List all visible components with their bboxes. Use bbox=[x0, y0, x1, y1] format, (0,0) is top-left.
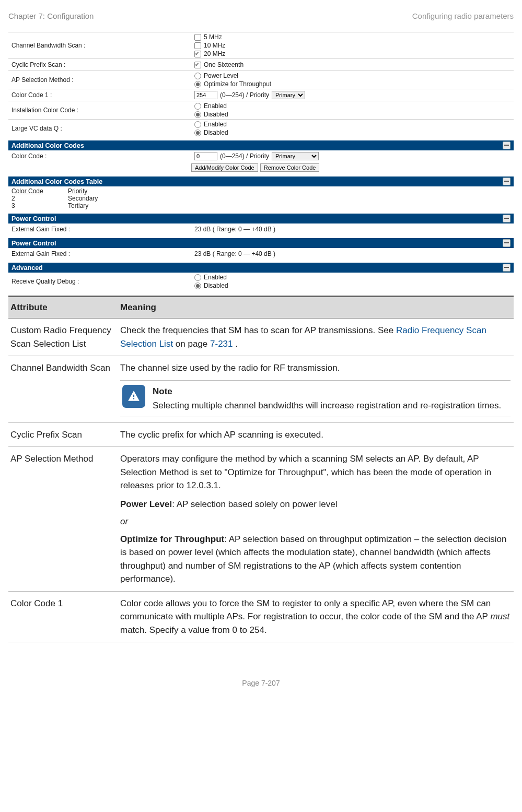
ext-gain-label: External Gain Fixed : bbox=[8, 250, 194, 257]
section-title: Additional Color Codes Table bbox=[11, 178, 102, 185]
table-row: 2 Secondary bbox=[11, 195, 511, 202]
section-power-control-2: Power Control bbox=[8, 238, 514, 248]
th-attribute: Attribute bbox=[8, 297, 119, 318]
table-row: Custom Radio Frequency Scan Selection Li… bbox=[8, 319, 514, 356]
attr-name: Custom Radio Frequency Scan Selection Li… bbox=[8, 319, 119, 356]
table-row: AP Selection Method Operators may config… bbox=[8, 447, 514, 592]
remove-color-code-button[interactable]: Remove Color Code bbox=[260, 163, 320, 172]
table-row: Color Code 1 Color code allows you to fo… bbox=[8, 592, 514, 643]
attr-name: AP Selection Method bbox=[8, 447, 119, 591]
row-acc-buttons: Add/Modify Color Code Remove Color Code bbox=[8, 162, 514, 173]
table-row: Channel Bandwidth Scan The channel size … bbox=[8, 356, 514, 423]
row-large-vc: Large VC data Q : Enabled Disabled bbox=[8, 120, 514, 137]
rb-power-level[interactable]: Power Level bbox=[194, 72, 514, 79]
or-label: or bbox=[120, 515, 511, 528]
rb-rqd-disabled[interactable]: Disabled bbox=[194, 282, 514, 289]
lvc-label: Large VC data Q : bbox=[8, 125, 194, 132]
cb-10mhz[interactable]: 10 MHz bbox=[194, 42, 514, 49]
ap-selection-label: AP Selection Method : bbox=[8, 76, 194, 84]
section-label: Configuring radio parameters bbox=[412, 11, 514, 20]
row-ap-selection: AP Selection Method : Power Level Optimi… bbox=[8, 71, 514, 89]
th-priority: Priority bbox=[68, 187, 87, 195]
running-header: Chapter 7: Configuration Configuring rad… bbox=[8, 10, 514, 32]
attr-name: Color Code 1 bbox=[8, 592, 119, 642]
collapse-icon[interactable] bbox=[503, 239, 511, 247]
cb-5mhz[interactable]: 5 MHz bbox=[194, 33, 514, 41]
row-cyclic: Cyclic Prefix Scan : One Sixteenth bbox=[8, 59, 514, 71]
section-advanced: Advanced bbox=[8, 263, 514, 273]
attr-meaning: Color code allows you to force the SM to… bbox=[119, 592, 514, 642]
attr-name: Cyclic Prefix Scan bbox=[8, 423, 119, 447]
collapse-icon[interactable] bbox=[503, 178, 511, 185]
must-italic: must bbox=[490, 611, 509, 621]
section-title: Power Control bbox=[11, 215, 56, 222]
attr-meaning: The cyclic prefix for which AP scanning … bbox=[119, 423, 514, 447]
row-color-code-1: Color Code 1 : (0—254) / Priority Primar… bbox=[8, 89, 514, 101]
cc1-label: Color Code 1 : bbox=[8, 91, 194, 99]
table-row: 3 Tertiary bbox=[11, 202, 511, 209]
attribute-table: Attribute Meaning Custom Radio Frequency… bbox=[8, 296, 514, 642]
row-rqd: Receive Quality Debug : Enabled Disabled bbox=[8, 273, 514, 290]
link-page[interactable]: 7-231 bbox=[210, 339, 233, 349]
ext-gain-label: External Gain Fixed : bbox=[8, 226, 194, 233]
collapse-icon[interactable] bbox=[503, 264, 511, 272]
attr-meaning: The channel size used by the radio for R… bbox=[119, 356, 514, 422]
row-ext-gain-2: External Gain Fixed : 23 dB ( Range: 0 —… bbox=[8, 248, 514, 260]
section-additional-cc: Additional Color Codes bbox=[8, 140, 514, 150]
section-title: Power Control bbox=[11, 240, 56, 247]
rb-lvc-enabled[interactable]: Enabled bbox=[194, 121, 514, 128]
table-row: Cyclic Prefix Scan The cyclic prefix for… bbox=[8, 423, 514, 448]
cb-20mhz[interactable]: 20 MHz bbox=[194, 50, 514, 57]
attr-meaning: Operators may configure the method by wh… bbox=[119, 447, 514, 591]
cb-one-sixteenth[interactable]: One Sixteenth bbox=[194, 61, 514, 68]
ext-gain-value: 23 dB ( Range: 0 — +40 dB ) bbox=[194, 226, 514, 233]
section-title: Advanced bbox=[11, 264, 43, 272]
page-footer: Page 7-207 bbox=[8, 642, 514, 687]
rb-icc-disabled[interactable]: Disabled bbox=[194, 111, 514, 118]
chapter-label: Chapter 7: Configuration bbox=[8, 11, 94, 20]
note-box: Note Selecting multiple channel bandwidt… bbox=[120, 380, 511, 417]
section-acc-table: Additional Color Codes Table bbox=[8, 176, 514, 186]
th-color-code: Color Code bbox=[11, 187, 59, 195]
config-form-screenshot: Channel Bandwidth Scan : 5 MHz 10 MHz 20… bbox=[8, 32, 514, 290]
rb-icc-enabled[interactable]: Enabled bbox=[194, 102, 514, 110]
rb-optimize[interactable]: Optimize for Throughput bbox=[194, 80, 514, 88]
row-ext-gain-1: External Gain Fixed : 23 dB ( Range: 0 —… bbox=[8, 223, 514, 235]
channel-bw-label: Channel Bandwidth Scan : bbox=[8, 42, 194, 49]
th-meaning: Meaning bbox=[119, 297, 514, 318]
add-color-code-button[interactable]: Add/Modify Color Code bbox=[191, 163, 258, 172]
note-icon bbox=[122, 385, 145, 408]
row-install-cc: Installation Color Code : Enabled Disabl… bbox=[8, 101, 514, 120]
collapse-icon[interactable] bbox=[503, 215, 511, 222]
acc-label: Color Code : bbox=[8, 152, 194, 160]
acc-table: Color Code Priority 2 Secondary 3 Tertia… bbox=[8, 186, 514, 210]
rb-rqd-enabled[interactable]: Enabled bbox=[194, 274, 514, 281]
cc1-range: (0—254) / Priority bbox=[220, 91, 269, 99]
acc-priority[interactable]: Primary bbox=[272, 152, 319, 160]
cc1-priority[interactable]: Primary bbox=[272, 91, 305, 99]
ext-gain-value: 23 dB ( Range: 0 — +40 dB ) bbox=[194, 250, 514, 257]
section-power-control-1: Power Control bbox=[8, 214, 514, 223]
note-title: Note bbox=[153, 385, 501, 398]
acc-input[interactable] bbox=[194, 152, 217, 160]
icc-label: Installation Color Code : bbox=[8, 107, 194, 114]
power-level-label: Power Level bbox=[120, 499, 172, 509]
acc-range: (0—254) / Priority bbox=[220, 152, 269, 160]
row-channel-bw: Channel Bandwidth Scan : 5 MHz 10 MHz 20… bbox=[8, 32, 514, 59]
cc1-input[interactable] bbox=[194, 91, 217, 99]
acc-table-header: Color Code Priority bbox=[11, 187, 511, 195]
cyclic-label: Cyclic Prefix Scan : bbox=[8, 61, 194, 68]
attr-name: Channel Bandwidth Scan bbox=[8, 356, 119, 422]
rqd-label: Receive Quality Debug : bbox=[8, 278, 194, 285]
section-title: Additional Color Codes bbox=[11, 142, 84, 149]
rb-lvc-disabled[interactable]: Disabled bbox=[194, 129, 514, 136]
attribute-header: Attribute Meaning bbox=[8, 296, 514, 319]
collapse-icon[interactable] bbox=[503, 142, 511, 149]
note-body: Selecting multiple channel bandwidths wi… bbox=[153, 401, 501, 410]
row-additional-cc: Color Code : (0—254) / Priority Primary bbox=[8, 150, 514, 162]
attr-meaning: Check the frequencies that SM has to sca… bbox=[119, 319, 514, 356]
optimize-label: Optimize for Throughput bbox=[120, 534, 224, 544]
